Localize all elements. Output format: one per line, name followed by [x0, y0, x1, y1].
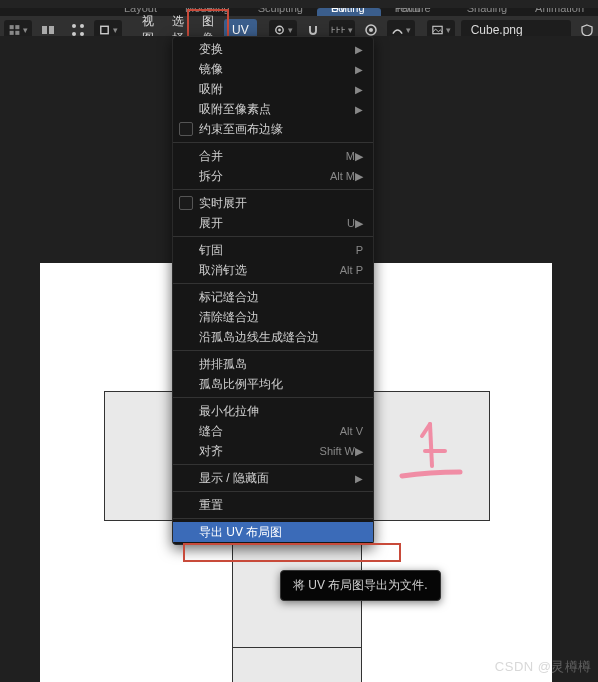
tooltip-export-uv: 将 UV 布局图导出为文件.: [280, 570, 441, 601]
separator: [173, 283, 373, 284]
tab-shading[interactable]: Shading: [453, 8, 521, 16]
label: 吸附至像素点: [199, 101, 271, 118]
uv-menu-dropdown: 变换▶ 镜像▶ 吸附▶ 吸附至像素点▶ 约束至画布边缘 合并M▶ 拆分Alt M…: [172, 36, 374, 545]
svg-rect-10: [101, 26, 108, 33]
label: 孤岛比例平均化: [199, 376, 283, 393]
separator: [173, 518, 373, 519]
menu-reset[interactable]: 重置: [173, 495, 373, 515]
menu-merge[interactable]: 合并M▶: [173, 146, 373, 166]
watermark: CSDN @灵樽樽: [495, 658, 592, 676]
tab-sculpting[interactable]: Sculpting: [244, 8, 317, 16]
tab-texture-paint[interactable]: Texture Paint: [381, 8, 453, 16]
svg-point-7: [80, 24, 84, 28]
workspace-tabs: Layout Modeling Sculpting UV Editing Tex…: [0, 8, 598, 16]
separator: [173, 142, 373, 143]
shortcut: P: [356, 244, 363, 256]
separator: [173, 189, 373, 190]
shortcut: Alt V: [340, 425, 363, 437]
label: 最小化拉伸: [199, 403, 259, 420]
menu-stitch[interactable]: 缝合Alt V: [173, 421, 373, 441]
separator: [173, 350, 373, 351]
label: 缝合: [199, 423, 223, 440]
label: 镜像: [199, 61, 223, 78]
menu-snap-pixels[interactable]: 吸附至像素点▶: [173, 99, 373, 119]
menu-unpin[interactable]: 取消钉选Alt P: [173, 260, 373, 280]
top-icon-strip: [0, 0, 598, 8]
svg-point-14: [369, 28, 373, 32]
label: 约束至画布边缘: [199, 121, 283, 138]
label: 合并: [199, 148, 223, 165]
checkbox-icon: [179, 122, 193, 136]
svg-rect-0: [10, 25, 14, 29]
menu-mirror[interactable]: 镜像▶: [173, 59, 373, 79]
label: 清除缝合边: [199, 309, 259, 326]
menu-pack-islands[interactable]: 拼排孤岛: [173, 354, 373, 374]
menu-minimize-stretch[interactable]: 最小化拉伸: [173, 401, 373, 421]
checkbox-icon: [179, 196, 193, 210]
menu-align[interactable]: 对齐Shift W▶: [173, 441, 373, 461]
svg-rect-4: [42, 26, 47, 34]
menu-pin[interactable]: 钉固P: [173, 240, 373, 260]
separator: [173, 464, 373, 465]
svg-point-12: [278, 29, 281, 32]
label: 导出 UV 布局图: [199, 524, 282, 541]
label: 沿孤岛边线生成缝合边: [199, 329, 319, 346]
svg-rect-2: [10, 31, 14, 35]
label: 标记缝合边: [199, 289, 259, 306]
shortcut: Shift W▶: [320, 445, 363, 458]
tab-layout[interactable]: Layout: [110, 8, 171, 16]
shortcut: U▶: [347, 217, 363, 230]
shortcut: M▶: [346, 150, 363, 163]
menu-live-unwrap[interactable]: 实时展开: [173, 193, 373, 213]
separator: [173, 236, 373, 237]
menu-seams-from-islands[interactable]: 沿孤岛边线生成缝合边: [173, 327, 373, 347]
label: 重置: [199, 497, 223, 514]
separator: [173, 397, 373, 398]
menu-mark-seam[interactable]: 标记缝合边: [173, 287, 373, 307]
label: 吸附: [199, 81, 223, 98]
menu-clear-seam[interactable]: 清除缝合边: [173, 307, 373, 327]
menu-show-hide[interactable]: 显示 / 隐藏面▶: [173, 468, 373, 488]
label: 钉固: [199, 242, 223, 259]
menu-average-scale[interactable]: 孤岛比例平均化: [173, 374, 373, 394]
menu-split[interactable]: 拆分Alt M▶: [173, 166, 373, 186]
svg-rect-1: [15, 25, 19, 29]
submenu-arrow-icon: ▶: [355, 104, 363, 115]
label: 实时展开: [199, 195, 247, 212]
tab-uv-editing[interactable]: UV Editing: [317, 8, 381, 16]
label: 拆分: [199, 168, 223, 185]
svg-rect-5: [49, 26, 54, 34]
label: 取消钉选: [199, 262, 247, 279]
submenu-arrow-icon: ▶: [355, 64, 363, 75]
separator: [173, 491, 373, 492]
menu-constrain-bounds[interactable]: 约束至画布边缘: [173, 119, 373, 139]
label: 展开: [199, 215, 223, 232]
menu-unwrap[interactable]: 展开U▶: [173, 213, 373, 233]
label: 拼排孤岛: [199, 356, 247, 373]
label: 变换: [199, 41, 223, 58]
submenu-arrow-icon: ▶: [355, 84, 363, 95]
svg-point-6: [72, 24, 76, 28]
menu-snap[interactable]: 吸附▶: [173, 79, 373, 99]
submenu-arrow-icon: ▶: [355, 44, 363, 55]
label: 对齐: [199, 443, 223, 460]
menu-export-uv-layout[interactable]: 导出 UV 布局图: [173, 522, 373, 542]
shortcut: Alt M▶: [330, 170, 363, 183]
uv-face[interactable]: [232, 647, 362, 682]
svg-rect-3: [15, 31, 19, 35]
tab-animation[interactable]: Animation: [521, 8, 598, 16]
shortcut: Alt P: [340, 264, 363, 276]
submenu-arrow-icon: ▶: [355, 473, 363, 484]
menu-transform[interactable]: 变换▶: [173, 39, 373, 59]
label: 显示 / 隐藏面: [199, 470, 269, 487]
